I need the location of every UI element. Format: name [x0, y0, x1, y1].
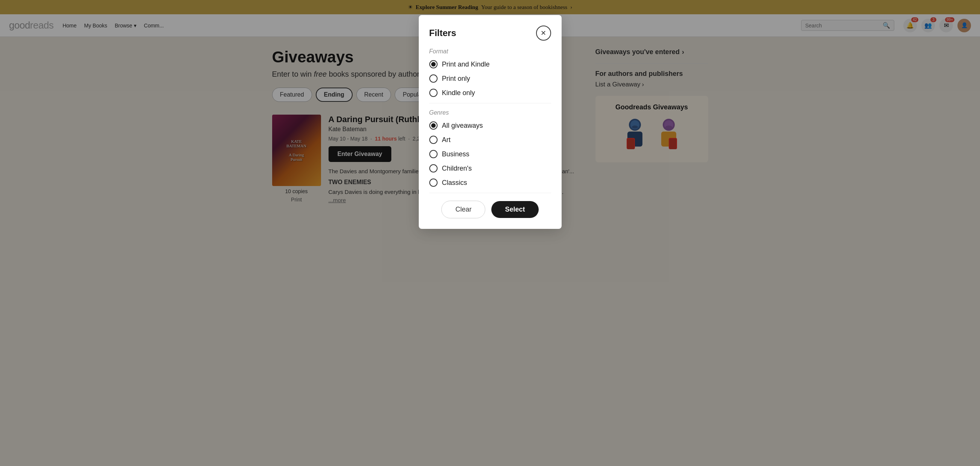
- format-kindle-only-radio: [429, 89, 438, 97]
- genre-classics-label: Classics: [442, 179, 467, 187]
- genre-business-radio: [429, 150, 438, 158]
- genre-classics-radio: [429, 178, 438, 187]
- genre-classics[interactable]: Classics: [429, 178, 551, 187]
- genre-childrens[interactable]: Children's: [429, 164, 551, 172]
- modal-overlay[interactable]: Filters ✕ Format Print and Kindle Print …: [0, 0, 980, 466]
- modal-close-button[interactable]: ✕: [536, 25, 551, 41]
- genre-business[interactable]: Business: [429, 150, 551, 158]
- format-print-kindle-label: Print and Kindle: [442, 60, 490, 68]
- genre-business-label: Business: [442, 150, 469, 158]
- genre-all-label: All giveaways: [442, 122, 483, 130]
- format-print-kindle[interactable]: Print and Kindle: [429, 60, 551, 68]
- format-print-only-radio: [429, 75, 438, 83]
- genre-childrens-label: Children's: [442, 165, 472, 172]
- modal-footer: Clear Select: [429, 193, 551, 218]
- select-button[interactable]: Select: [491, 201, 538, 218]
- clear-button[interactable]: Clear: [441, 201, 485, 218]
- format-print-kindle-inner: [431, 62, 436, 67]
- format-label: Format: [429, 48, 551, 55]
- format-print-kindle-radio: [429, 60, 438, 68]
- modal-title: Filters: [429, 28, 457, 38]
- genre-art-radio: [429, 136, 438, 144]
- genre-art-label: Art: [442, 136, 451, 144]
- format-print-only[interactable]: Print only: [429, 75, 551, 83]
- modal-header: Filters ✕: [429, 25, 551, 41]
- format-print-only-label: Print only: [442, 75, 470, 83]
- format-kindle-only-label: Kindle only: [442, 89, 475, 97]
- genre-all-inner: [431, 123, 436, 128]
- genre-childrens-radio: [429, 164, 438, 172]
- format-kindle-only[interactable]: Kindle only: [429, 89, 551, 97]
- filter-modal: Filters ✕ Format Print and Kindle Print …: [419, 15, 562, 229]
- genre-all[interactable]: All giveaways: [429, 121, 551, 130]
- modal-divider: [429, 103, 551, 103]
- genre-art[interactable]: Art: [429, 136, 551, 144]
- genres-label: Genres: [429, 109, 551, 116]
- genre-all-radio: [429, 121, 438, 130]
